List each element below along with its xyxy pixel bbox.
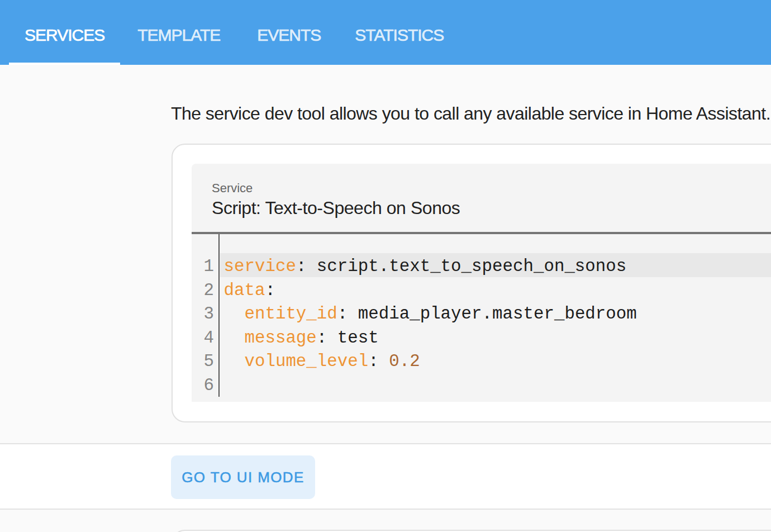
yaml-key: data [224,281,265,300]
code-line-6 [224,372,771,396]
service-description-card [172,530,771,532]
editor-actions-bar: GO TO UI MODE [0,444,771,509]
yaml-text [224,304,245,324]
service-select-field[interactable]: Service Script: Text-to-Speech on Sonos [192,164,771,234]
yaml-text: : test [317,328,379,348]
code-line-3: entity_id: media_player.master_bedroom [224,301,771,325]
line-number: 3 [192,301,214,325]
yaml-text: : [368,352,389,371]
line-number: 1 [192,253,214,277]
line-number: 6 [192,372,214,396]
code-line-1: service: script.text_to_speech_on_sonos [220,253,771,277]
yaml-key: entity_id [244,304,337,324]
go-to-ui-mode-button[interactable]: GO TO UI MODE [171,455,315,499]
section-divider-bottom [0,509,771,510]
service-select-value: Script: Text-to-Speech on Sonos [212,199,460,217]
tab-events[interactable]: EVENTS [241,0,336,65]
code-line-2: data: [224,277,771,301]
yaml-key: service [224,256,296,276]
tab-statistics[interactable]: STATISTICS [339,0,459,65]
code-line-5: volume_level: 0.2 [224,348,771,372]
yaml-text: : media_player.master_bedroom [337,304,637,324]
line-number: 4 [192,325,214,349]
line-number: 2 [192,277,214,301]
tab-services[interactable]: SERVICES [9,0,120,65]
yaml-text [224,328,245,348]
yaml-text: : [265,281,275,300]
yaml-editor-code[interactable]: service: script.text_to_speech_on_sonos … [220,234,771,402]
tab-template-label: TEMPLATE [137,26,220,45]
tab-template[interactable]: TEMPLATE [122,0,236,65]
yaml-number: 0.2 [389,352,420,371]
code-line-4: message: test [224,325,771,349]
line-number: 5 [192,348,214,372]
yaml-text: : script.text_to_speech_on_sonos [296,256,626,276]
app-header: SERVICES TEMPLATE EVENTS STATISTICS [0,0,771,65]
yaml-editor-gutter: 1 2 3 4 5 6 [192,234,220,402]
tab-events-label: EVENTS [257,26,321,45]
yaml-key: message [244,328,316,348]
yaml-text [224,352,245,371]
tab-statistics-label: STATISTICS [355,26,444,45]
yaml-editor[interactable]: 1 2 3 4 5 6 service: script.text_to_spee… [192,234,771,402]
service-dev-tool-description: The service dev tool allows you to call … [171,104,770,123]
developer-tools-tab-bar: SERVICES TEMPLATE EVENTS STATISTICS [0,0,771,65]
tab-services-label: SERVICES [25,26,104,45]
service-call-card: Service Script: Text-to-Speech on Sonos … [172,144,771,422]
yaml-key: volume_level [244,352,368,371]
service-select-label: Service [212,182,253,194]
